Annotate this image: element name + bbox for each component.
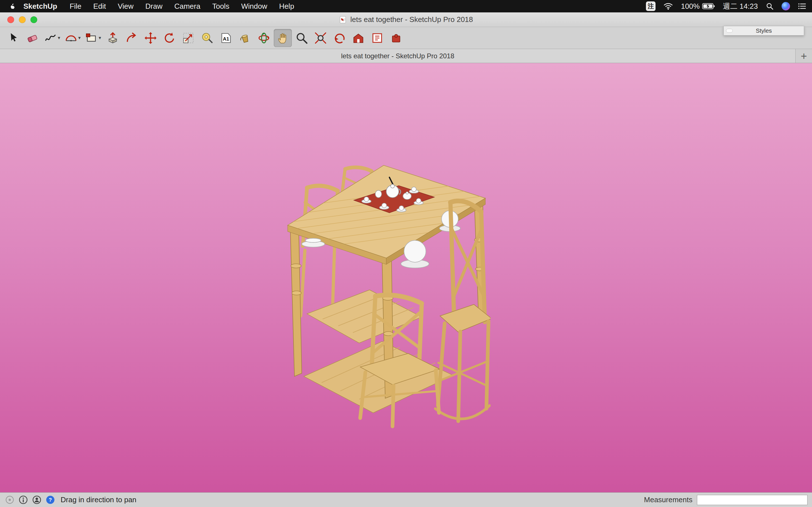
dropdown-caret-icon[interactable]: ▾ (79, 35, 81, 41)
main-toolbar: ▾▾▾A1 (0, 27, 812, 49)
geolocation-icon[interactable] (5, 495, 14, 504)
chair-right (435, 201, 491, 421)
window-title-wrap: lets eat together - SketchUp Pro 2018 (0, 15, 812, 24)
dropdown-caret-icon[interactable]: ▾ (99, 35, 101, 41)
menu-tools[interactable]: Tools (206, 2, 236, 11)
menu-items: SketchUpFileEditViewDrawCameraToolsWindo… (19, 2, 300, 11)
tool-send-to-layout[interactable] (368, 29, 386, 47)
tool-select[interactable] (4, 29, 22, 47)
tool-follow-me[interactable] (123, 29, 141, 47)
status-bar-icons: ? (5, 495, 55, 504)
orbit-icon (257, 32, 270, 45)
close-button[interactable] (7, 16, 14, 23)
tool-pan[interactable] (274, 29, 292, 47)
scene-tab-bar: lets eat together - SketchUp Pro 2018 + (0, 49, 812, 63)
menu-bar-status: 注 100% 週二 14:23 (646, 1, 806, 11)
styles-panel-label: Styles (756, 27, 772, 34)
tool-arc[interactable]: ▾ (63, 29, 83, 47)
tool-3d-warehouse[interactable] (349, 29, 367, 47)
macos-menu-bar: SketchUpFileEditViewDrawCameraToolsWindo… (0, 0, 812, 12)
arc-icon (64, 32, 78, 45)
freehand-icon (44, 32, 57, 45)
extension-warehouse-icon (390, 32, 403, 45)
tape-measure-icon (201, 32, 214, 45)
zoom-window-button[interactable] (31, 16, 37, 23)
help-icon[interactable]: ? (46, 495, 55, 504)
dropdown-caret-icon[interactable]: ▾ (58, 35, 60, 41)
status-hint: Drag in direction to pan (61, 496, 137, 504)
menu-camera[interactable]: Camera (168, 2, 206, 11)
menu-draw[interactable]: Draw (140, 2, 168, 11)
battery-status[interactable]: 100% (681, 2, 715, 11)
battery-percent: 100% (681, 2, 700, 11)
tool-rotate[interactable] (160, 29, 179, 47)
rotate-icon (163, 32, 176, 45)
screen: SketchUpFileEditViewDrawCameraToolsWindo… (0, 0, 812, 507)
model-viewport[interactable] (0, 63, 812, 492)
styles-panel[interactable]: Styles (723, 26, 804, 36)
tool-text[interactable]: A1 (217, 29, 235, 47)
menu-bar-clock[interactable]: 週二 14:23 (723, 1, 758, 11)
menu-edit[interactable]: Edit (87, 2, 112, 11)
tool-zoom[interactable] (293, 29, 311, 47)
measurements-label: Measurements (644, 496, 693, 504)
push-pull-icon (106, 32, 119, 45)
svg-text:A1: A1 (223, 36, 229, 41)
menu-sketchup[interactable]: SketchUp (19, 2, 64, 11)
svg-text:?: ? (49, 497, 52, 503)
battery-charging-icon (702, 3, 715, 10)
measurements-input[interactable] (697, 495, 808, 505)
minimize-button[interactable] (19, 16, 26, 23)
pan-icon (276, 32, 289, 45)
tool-freehand[interactable]: ▾ (42, 29, 62, 47)
scale-icon (182, 32, 195, 45)
tool-extension-warehouse[interactable] (387, 29, 405, 47)
3d-warehouse-icon (352, 32, 365, 45)
tool-orbit[interactable] (255, 29, 273, 47)
zoom-icon (295, 32, 308, 45)
menu-help[interactable]: Help (273, 2, 300, 11)
tool-push-pull[interactable] (104, 29, 122, 47)
menu-file[interactable]: File (64, 2, 87, 11)
notification-center-icon[interactable] (798, 3, 806, 10)
window-title: lets eat together - SketchUp Pro 2018 (350, 15, 473, 24)
paint-bucket-icon (239, 32, 252, 45)
shapes-icon (85, 32, 98, 45)
move-icon (144, 32, 157, 45)
apple-icon (9, 2, 15, 10)
spotlight-search-icon[interactable] (766, 2, 774, 10)
text-icon: A1 (220, 32, 233, 45)
menu-window[interactable]: Window (235, 2, 273, 11)
document-tab-label: lets eat together - SketchUp Pro 2018 (341, 52, 455, 60)
tool-paint-bucket[interactable] (236, 29, 254, 47)
tool-zoom-extents[interactable] (312, 29, 329, 47)
apple-menu[interactable] (7, 1, 17, 11)
dining-table-model (282, 162, 491, 453)
window-controls (7, 16, 37, 23)
previous-view-icon (333, 32, 346, 45)
tool-scale[interactable] (179, 29, 197, 47)
input-source-icon[interactable]: 注 (646, 1, 656, 11)
tool-previous-view[interactable] (331, 29, 349, 47)
menu-view[interactable]: View (112, 2, 140, 11)
siri-icon[interactable] (781, 2, 790, 10)
document-tab[interactable]: lets eat together - SketchUp Pro 2018 (0, 49, 796, 63)
status-bar: ? Drag in direction to pan Measurements (0, 492, 812, 507)
wifi-icon[interactable] (663, 3, 673, 10)
tool-shapes[interactable]: ▾ (83, 29, 103, 47)
follow-me-icon (125, 32, 138, 45)
sketchup-document-icon (339, 16, 347, 24)
tool-eraser[interactable] (23, 29, 42, 47)
info-icon[interactable] (18, 495, 28, 504)
tool-move[interactable] (142, 29, 160, 47)
window-title-bar[interactable]: lets eat together - SketchUp Pro 2018 St… (0, 12, 812, 27)
eraser-icon (26, 32, 39, 45)
credits-person-icon[interactable] (32, 495, 42, 504)
styles-panel-knob[interactable] (726, 29, 733, 33)
zoom-extents-icon (314, 32, 327, 45)
tool-tape-measure[interactable] (198, 29, 216, 47)
select-icon (7, 32, 20, 45)
send-to-layout-icon (371, 32, 384, 45)
new-tab-button[interactable]: + (796, 49, 812, 63)
